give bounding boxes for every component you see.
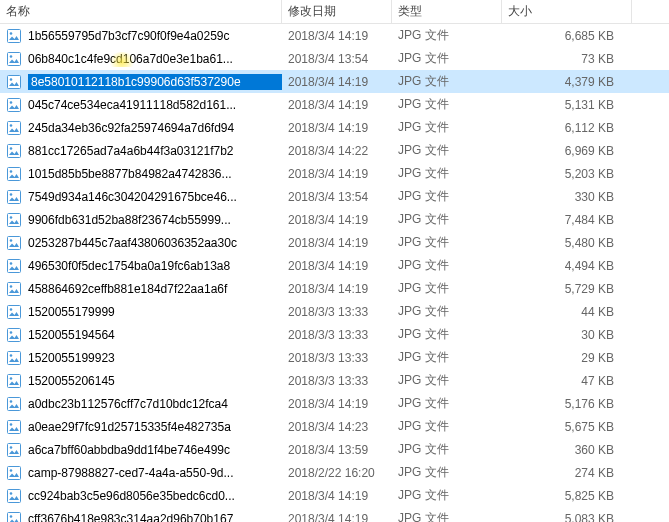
cell-name[interactable]: 881cc17265ad7a4a6b44f3a03121f7b2 [0,143,282,159]
svg-rect-38 [8,466,21,479]
cell-name[interactable]: 1520055194564 [0,327,282,343]
cell-type: JPG 文件 [392,188,502,205]
cell-name[interactable]: 1015d85b5be8877b84982a4742836... [0,166,282,182]
cell-date: 2018/3/4 14:23 [282,420,392,434]
table-row[interactable]: a0dbc23b112576cff7c7d10bdc12fca42018/3/4… [0,392,669,415]
cell-name[interactable]: 496530f0f5dec1754ba0a19fc6ab13a8 [0,258,282,274]
table-row[interactable]: cff3676b418e983c314aa2d96b70b1672018/3/4… [0,507,669,522]
cell-type: JPG 文件 [392,487,502,504]
cell-size: 274 KB [502,466,632,480]
svg-point-11 [10,147,13,150]
svg-point-15 [10,193,13,196]
table-row[interactable]: 881cc17265ad7a4a6b44f3a03121f7b22018/3/4… [0,139,669,162]
cell-date: 2018/3/4 14:19 [282,512,392,523]
table-row[interactable]: 9906fdb631d52ba88f23674cb55999...2018/3/… [0,208,669,231]
table-row[interactable]: 15200551799992018/3/3 13:33JPG 文件44 KB [0,300,669,323]
table-row[interactable]: 0253287b445c7aaf43806036352aa30c2018/3/4… [0,231,669,254]
svg-rect-32 [8,397,21,410]
cell-name[interactable]: camp-87988827-ced7-4a4a-a550-9d... [0,465,282,481]
column-header-type[interactable]: 类型 [392,0,502,23]
cell-size: 5,203 KB [502,167,632,181]
svg-rect-12 [8,167,21,180]
cell-name[interactable]: 06b840c1c4fe9cd106a7d0e3e1ba61... [0,51,282,67]
cell-date: 2018/2/22 16:20 [282,466,392,480]
cell-date: 2018/3/4 13:54 [282,52,392,66]
file-image-icon [6,373,22,389]
cell-name[interactable]: cc924bab3c5e96d8056e35bedc6cd0... [0,488,282,504]
table-row[interactable]: 1015d85b5be8877b84982a4742836...2018/3/4… [0,162,669,185]
cell-name[interactable]: 8e58010112118b1c99906d63f537290e [0,74,282,90]
column-header-row: 名称 修改日期 类型 大小 [0,0,669,24]
file-image-icon [6,258,22,274]
table-row[interactable]: 06b840c1c4fe9cd106a7d0e3e1ba61...2018/3/… [0,47,669,70]
file-image-icon [6,511,22,523]
column-header-size[interactable]: 大小 [502,0,632,23]
cell-type: JPG 文件 [392,142,502,159]
cell-name[interactable]: 1520055179999 [0,304,282,320]
cell-date: 2018/3/3 13:33 [282,374,392,388]
table-row[interactable]: 496530f0f5dec1754ba0a19fc6ab13a82018/3/4… [0,254,669,277]
table-row[interactable]: 15200551945642018/3/3 13:33JPG 文件30 KB [0,323,669,346]
table-row[interactable]: 7549d934a146c304204291675bce46...2018/3/… [0,185,669,208]
file-name: 0253287b445c7aaf43806036352aa30c [28,236,282,250]
cell-date: 2018/3/4 14:19 [282,98,392,112]
cell-type: JPG 文件 [392,27,502,44]
cell-size: 5,675 KB [502,420,632,434]
table-row[interactable]: cc924bab3c5e96d8056e35bedc6cd0...2018/3/… [0,484,669,507]
cell-date: 2018/3/4 14:19 [282,213,392,227]
cell-name[interactable]: a0dbc23b112576cff7c7d10bdc12fca4 [0,396,282,412]
cell-size: 6,685 KB [502,29,632,43]
cell-name[interactable]: 458864692ceffb881e184d7f22aa1a6f [0,281,282,297]
table-row[interactable]: 15200551999232018/3/3 13:33JPG 文件29 KB [0,346,669,369]
cell-size: 330 KB [502,190,632,204]
table-row[interactable]: 8e58010112118b1c99906d63f537290e2018/3/4… [0,70,669,93]
cell-name[interactable]: 0253287b445c7aaf43806036352aa30c [0,235,282,251]
cell-size: 5,131 KB [502,98,632,112]
column-header-date[interactable]: 修改日期 [282,0,392,23]
column-header-name[interactable]: 名称 [0,0,282,23]
cell-size: 5,176 KB [502,397,632,411]
svg-rect-20 [8,259,21,272]
cell-name[interactable]: a0eae29f7fc91d25715335f4e482735a [0,419,282,435]
table-row[interactable]: 045c74ce534eca41911118d582d161...2018/3/… [0,93,669,116]
file-image-icon [6,465,22,481]
table-row[interactable]: 1b56559795d7b3cf7c90f0f9e4a0259c2018/3/4… [0,24,669,47]
cell-name[interactable]: 045c74ce534eca41911118d582d161... [0,97,282,113]
cell-name[interactable]: 1520055206145 [0,373,282,389]
file-name: 458864692ceffb881e184d7f22aa1a6f [28,282,282,296]
cell-date: 2018/3/4 14:19 [282,489,392,503]
table-row[interactable]: a6ca7bff60abbdba9dd1f4be746e499c2018/3/4… [0,438,669,461]
table-row[interactable]: 15200552061452018/3/3 13:33JPG 文件47 KB [0,369,669,392]
svg-rect-10 [8,144,21,157]
file-name: 1520055179999 [28,305,282,319]
cell-name[interactable]: 1b56559795d7b3cf7c90f0f9e4a0259c [0,28,282,44]
cell-size: 73 KB [502,52,632,66]
cell-type: JPG 文件 [392,73,502,90]
file-image-icon [6,235,22,251]
cell-date: 2018/3/4 14:19 [282,29,392,43]
file-image-icon [6,442,22,458]
cell-type: JPG 文件 [392,326,502,343]
table-row[interactable]: 245da34eb36c92fa25974694a7d6fd942018/3/4… [0,116,669,139]
svg-point-39 [10,469,13,472]
cell-date: 2018/3/4 14:19 [282,121,392,135]
svg-point-27 [10,331,13,334]
file-name[interactable]: 8e58010112118b1c99906d63f537290e [28,74,282,90]
cell-name[interactable]: a6ca7bff60abbdba9dd1f4be746e499c [0,442,282,458]
svg-point-5 [10,78,13,81]
file-name: a0dbc23b112576cff7c7d10bdc12fca4 [28,397,282,411]
cell-name[interactable]: 7549d934a146c304204291675bce46... [0,189,282,205]
cell-name[interactable]: 245da34eb36c92fa25974694a7d6fd94 [0,120,282,136]
file-image-icon [6,212,22,228]
cell-name[interactable]: cff3676b418e983c314aa2d96b70b167 [0,511,282,523]
file-name: 045c74ce534eca41911118d582d161... [28,98,282,112]
table-row[interactable]: a0eae29f7fc91d25715335f4e482735a2018/3/4… [0,415,669,438]
cell-name[interactable]: 1520055199923 [0,350,282,366]
cell-size: 4,379 KB [502,75,632,89]
table-row[interactable]: 458864692ceffb881e184d7f22aa1a6f2018/3/4… [0,277,669,300]
cell-type: JPG 文件 [392,280,502,297]
svg-rect-42 [8,512,21,522]
file-name: cc924bab3c5e96d8056e35bedc6cd0... [28,489,282,503]
table-row[interactable]: camp-87988827-ced7-4a4a-a550-9d...2018/2… [0,461,669,484]
cell-name[interactable]: 9906fdb631d52ba88f23674cb55999... [0,212,282,228]
